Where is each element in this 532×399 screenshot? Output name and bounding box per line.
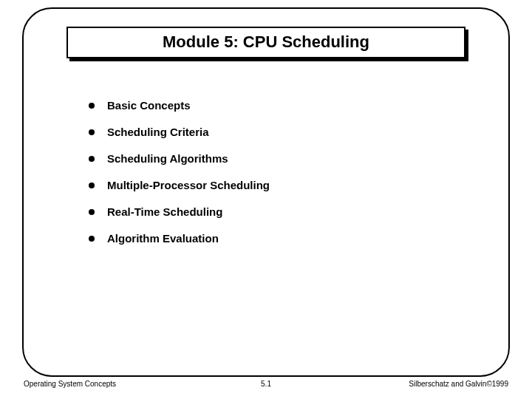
list-item: Multiple-Processor Scheduling: [89, 179, 458, 191]
bullet-icon: [89, 156, 95, 162]
bullet-text: Scheduling Criteria: [107, 126, 209, 138]
list-item: Basic Concepts: [89, 99, 458, 112]
footer-right: Silberschatz and Galvin©1999: [409, 380, 508, 388]
slide-frame: Module 5: CPU Scheduling Basic Concepts …: [22, 7, 510, 377]
bullet-text: Scheduling Algorithms: [107, 152, 228, 165]
list-item: Real-Time Scheduling: [89, 205, 458, 218]
title-container: Module 5: CPU Scheduling: [66, 27, 466, 58]
footer-page-number: 5.1: [261, 380, 271, 388]
bullet-icon: [89, 129, 95, 135]
slide-title: Module 5: CPU Scheduling: [66, 27, 466, 58]
list-item: Scheduling Algorithms: [89, 152, 458, 165]
bullet-icon: [89, 209, 95, 215]
bullet-text: Algorithm Evaluation: [107, 232, 219, 245]
bullet-list: Basic Concepts Scheduling Criteria Sched…: [89, 99, 458, 259]
bullet-text: Multiple-Processor Scheduling: [107, 179, 270, 191]
bullet-icon: [89, 183, 95, 188]
bullet-icon: [89, 236, 95, 242]
footer-left: Operating System Concepts: [24, 380, 116, 388]
list-item: Scheduling Criteria: [89, 126, 458, 138]
list-item: Algorithm Evaluation: [89, 232, 458, 245]
bullet-text: Real-Time Scheduling: [107, 205, 222, 218]
bullet-text: Basic Concepts: [107, 99, 191, 112]
bullet-icon: [89, 103, 95, 109]
